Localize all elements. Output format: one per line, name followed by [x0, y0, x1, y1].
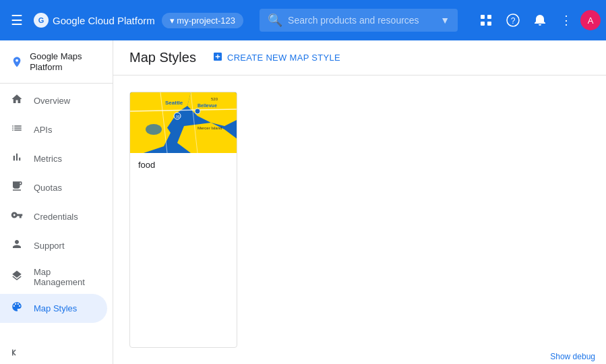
person-icon: [11, 238, 23, 253]
sidebar-brand-text: Google Maps Platform: [30, 51, 102, 72]
svg-rect-5: [487, 22, 491, 26]
svg-text:G: G: [38, 16, 44, 24]
main-content: Map Styles CREATE NEW MAP STYLE: [113, 40, 606, 364]
sidebar-item-map-management[interactable]: Map Management: [0, 260, 107, 294]
map-style-name: food: [130, 153, 237, 177]
account-chip[interactable]: ▾ my-project-123: [162, 13, 243, 28]
sidebar-item-metrics[interactable]: Metrics: [0, 144, 107, 173]
bar-chart-icon: [11, 151, 23, 166]
notifications-icon[interactable]: [528, 8, 552, 32]
sidebar: Google Maps Platform Overview APIs Metri…: [0, 40, 113, 364]
sidebar-item-map-styles[interactable]: Map Styles: [0, 294, 107, 323]
create-new-map-style-button[interactable]: CREATE NEW MAP STYLE: [207, 47, 346, 69]
search-bar[interactable]: 🔍 ▼: [260, 9, 458, 32]
sidebar-item-support[interactable]: Support: [0, 231, 107, 260]
sidebar-label-metrics: Metrics: [34, 154, 62, 164]
list-icon: [11, 122, 23, 138]
top-bar-logo: G Google Cloud Platform ▾ my-project-123: [34, 13, 243, 28]
top-bar-actions: ? ⋮ A: [474, 7, 601, 33]
more-icon[interactable]: ⋮: [555, 7, 578, 33]
svg-text:Mercer Island: Mercer Island: [198, 126, 222, 130]
top-bar-title: Google Cloud Platform: [53, 15, 155, 26]
svg-text:?: ?: [511, 16, 516, 26]
svg-text:520: 520: [211, 97, 218, 101]
svg-rect-3: [487, 15, 491, 19]
palette-icon: [11, 301, 23, 316]
help-icon[interactable]: ?: [501, 8, 525, 32]
sidebar-label-credentials: Credentials: [34, 212, 78, 222]
map-style-card[interactable]: Seattle Bellevue Mercer Island 90 520 fo…: [129, 92, 237, 348]
sidebar-item-quotas[interactable]: Quotas: [0, 173, 107, 202]
bottom-bar[interactable]: Show debug: [539, 349, 606, 364]
menu-icon[interactable]: ☰: [5, 7, 28, 34]
svg-point-16: [146, 124, 162, 135]
show-debug-label[interactable]: Show debug: [550, 352, 595, 361]
sidebar-label-apis: APIs: [34, 125, 52, 135]
svg-rect-2: [481, 15, 485, 19]
search-icon: 🔍: [268, 13, 282, 28]
maps-logo-icon: [11, 55, 23, 69]
sidebar-label-support: Support: [34, 241, 65, 251]
page-header: Map Styles CREATE NEW MAP STYLE: [113, 40, 606, 75]
search-input[interactable]: [288, 15, 435, 26]
sidebar-brand[interactable]: Google Maps Platform: [0, 46, 113, 80]
map-styles-grid: Seattle Bellevue Mercer Island 90 520 fo…: [113, 75, 606, 364]
map-style-preview: Seattle Bellevue Mercer Island 90 520: [130, 92, 237, 153]
layers-icon: [11, 270, 23, 285]
sidebar-divider: [0, 83, 113, 84]
sidebar-item-overview[interactable]: Overview: [0, 86, 107, 115]
key-icon: [11, 209, 23, 224]
sidebar-label-overview: Overview: [34, 96, 70, 106]
create-button-label: CREATE NEW MAP STYLE: [227, 53, 340, 63]
svg-rect-4: [481, 22, 485, 26]
sidebar-item-credentials[interactable]: Credentials: [0, 202, 107, 231]
top-bar: ☰ G Google Cloud Platform ▾ my-project-1…: [0, 0, 606, 40]
sidebar-collapse-button[interactable]: [0, 341, 113, 364]
sidebar-label-map-styles: Map Styles: [34, 303, 77, 313]
svg-text:Bellevue: Bellevue: [198, 103, 217, 108]
monitor-icon: [11, 180, 23, 195]
sidebar-label-map-management: Map Management: [34, 267, 96, 287]
add-icon: [212, 51, 223, 65]
search-dropdown-icon[interactable]: ▼: [440, 15, 450, 26]
page-title: Map Styles: [129, 50, 196, 65]
home-icon: [11, 93, 23, 109]
seattle-map-svg: Seattle Bellevue Mercer Island 90 520: [130, 92, 237, 153]
avatar[interactable]: A: [580, 10, 601, 30]
sidebar-label-quotas: Quotas: [34, 183, 62, 193]
svg-text:Seattle: Seattle: [165, 100, 183, 106]
sidebar-item-apis[interactable]: APIs: [0, 115, 107, 144]
apps-icon[interactable]: [474, 8, 498, 32]
gcp-logo-icon: G: [34, 13, 49, 28]
svg-point-22: [195, 109, 200, 114]
svg-text:90: 90: [176, 115, 180, 119]
content-wrapper: Google Maps Platform Overview APIs Metri…: [0, 40, 606, 364]
